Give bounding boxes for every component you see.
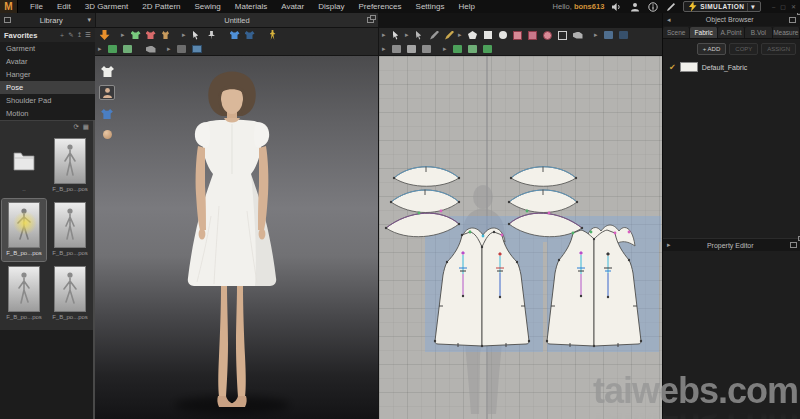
screen-capture-icon[interactable] — [175, 43, 188, 55]
sidebar-item-motion[interactable]: Motion — [0, 107, 95, 120]
menu-preferences[interactable]: Preferences — [352, 1, 407, 12]
arrangement-point-icon[interactable] — [228, 29, 241, 41]
flip-tool-icon[interactable] — [571, 29, 584, 41]
thumbnail-pose-3[interactable]: F_B_po...pos — [48, 199, 92, 261]
monitor-view-icon[interactable] — [190, 43, 203, 55]
window-tools-caret-icon[interactable]: ▸ — [167, 45, 173, 53]
favorites-edit-icon[interactable]: ✎ — [68, 32, 73, 39]
grain-caret-icon[interactable]: ▸ — [443, 45, 449, 53]
trace-tool-icon[interactable] — [556, 29, 569, 41]
segment-sewing-icon[interactable] — [390, 43, 403, 55]
mn-sewing-icon[interactable] — [420, 43, 433, 55]
sidebar-item-shoulder-pad[interactable]: Shoulder Pad — [0, 94, 95, 107]
speaker-icon[interactable] — [611, 2, 622, 12]
glove-tool-icon[interactable] — [159, 29, 172, 41]
edit-curvature-icon[interactable] — [428, 29, 441, 41]
draw-caret-icon[interactable]: ▸ — [458, 31, 464, 39]
show-skin-toggle-icon[interactable] — [99, 127, 115, 142]
dart-tool-icon[interactable] — [511, 29, 524, 41]
download-garment-icon[interactable] — [98, 29, 111, 41]
pin-tool-icon[interactable] — [205, 29, 218, 41]
object-browser-popout-icon[interactable] — [789, 17, 796, 23]
dart-rect-icon[interactable] — [526, 29, 539, 41]
polygon-tool-icon[interactable] — [466, 29, 479, 41]
menu-help[interactable]: Help — [452, 1, 480, 12]
sidebar-item-garment[interactable]: Garment — [0, 42, 95, 55]
maximize-button[interactable]: ▢ — [780, 4, 786, 10]
assign-fabric-button[interactable]: ASSIGN — [761, 43, 796, 55]
thumbnail-pose-1[interactable]: F_B_po...pos — [48, 135, 92, 197]
show-grain-icon[interactable] — [481, 43, 494, 55]
add-fabric-button[interactable]: + ADD — [697, 43, 727, 55]
show-garment-toggle-icon[interactable] — [99, 64, 115, 79]
thumb-refresh-icon[interactable]: ⟳ — [73, 124, 78, 131]
copy-fabric-button[interactable]: COPY — [729, 43, 758, 55]
free-sewing-icon[interactable] — [405, 43, 418, 55]
property-editor-popout-icon[interactable] — [790, 242, 797, 248]
thumbnail-folder-up[interactable]: .. — [2, 135, 46, 197]
simulation-dropdown-caret[interactable]: ▾ — [747, 3, 755, 11]
show-avatar-toggle-icon[interactable] — [99, 85, 115, 100]
thumbnail-pose-4[interactable]: F_B_po...pos — [2, 263, 46, 325]
thumbnail-pose-2-selected[interactable]: F_B_po...pos — [2, 199, 46, 261]
fabric-list-item[interactable]: ✔ Default_Fabric — [663, 59, 800, 75]
circle-tool-icon[interactable] — [496, 29, 509, 41]
property-editor-header[interactable]: ▸ Property Editor — [663, 238, 800, 251]
favorites-menu-icon[interactable]: ☰ — [85, 32, 91, 39]
avatar-model[interactable] — [208, 72, 255, 120]
viewport3d-popout-icon[interactable] — [367, 17, 374, 23]
menu-sewing[interactable]: Sewing — [189, 1, 227, 12]
favorites-add-icon[interactable]: ＋ — [59, 32, 66, 39]
tab-fabric[interactable]: Fabric — [690, 27, 717, 38]
garment-tools-caret-icon[interactable]: ▸ — [121, 31, 127, 39]
show-sewing-icon[interactable] — [451, 43, 464, 55]
sidebar-item-hanger[interactable]: Hanger — [0, 68, 95, 81]
hide-garment-icon[interactable] — [144, 29, 157, 41]
fabric-checkmark-icon[interactable]: ✔ — [669, 63, 676, 72]
viewport-2d[interactable] — [378, 56, 662, 419]
menu-3d-garment[interactable]: 3D Garment — [79, 1, 135, 12]
texture-view-icon[interactable] — [106, 43, 119, 55]
tab-measure[interactable]: Measure — [773, 27, 800, 38]
show-caret-icon[interactable]: ▸ — [594, 31, 600, 39]
select-move-icon[interactable] — [190, 29, 203, 41]
sewing-caret-icon[interactable]: ▸ — [382, 45, 388, 53]
library-dropdown[interactable]: Library ▾ — [0, 13, 95, 28]
tab-a-point[interactable]: A.Point — [718, 27, 745, 38]
favorites-up-icon[interactable]: ↥ — [77, 32, 82, 39]
thumb-grid-icon[interactable]: ▦ — [83, 124, 89, 131]
menu-file[interactable]: File — [24, 1, 49, 12]
minimize-button[interactable]: – — [772, 4, 775, 10]
menu-2d-pattern[interactable]: 2D Pattern — [136, 1, 186, 12]
info-icon[interactable] — [647, 2, 658, 12]
menu-settings[interactable]: Settings — [410, 1, 451, 12]
edit-pattern-icon[interactable] — [413, 29, 426, 41]
sidebar-item-pose[interactable]: Pose — [0, 81, 95, 94]
transform-pattern-icon[interactable] — [390, 29, 403, 41]
thumbnail-pose-5[interactable]: F_B_po...pos — [48, 263, 92, 325]
transform-caret-icon[interactable]: ▸ — [382, 31, 388, 39]
close-button[interactable]: ✕ — [791, 4, 796, 10]
dart-circle-icon[interactable] — [541, 29, 554, 41]
viewport-3d[interactable] — [95, 56, 378, 419]
show-2d-blue-icon[interactable] — [602, 29, 615, 41]
select-tools-caret-icon[interactable]: ▸ — [182, 31, 188, 39]
mesh-view-icon[interactable] — [121, 43, 134, 55]
account-icon[interactable] — [629, 2, 640, 12]
show-2d-blue2-icon[interactable] — [617, 29, 630, 41]
rectangle-tool-icon[interactable] — [481, 29, 494, 41]
edit-caret-icon[interactable]: ▸ — [405, 31, 411, 39]
avatar-display-icon[interactable] — [266, 29, 279, 41]
pen-tool-icon[interactable] — [443, 29, 456, 41]
menu-display[interactable]: Display — [312, 1, 350, 12]
menu-avatar[interactable]: Avatar — [275, 1, 310, 12]
tape-tool-icon[interactable] — [144, 43, 157, 55]
menu-edit[interactable]: Edit — [51, 1, 77, 12]
show-garment-icon[interactable] — [129, 29, 142, 41]
sidebar-item-avatar[interactable]: Avatar — [0, 55, 95, 68]
show-arrangement-toggle-icon[interactable] — [99, 106, 115, 121]
show-notch-icon[interactable] — [466, 43, 479, 55]
simulation-button[interactable]: SIMULATION ▾ — [683, 1, 761, 12]
arrangement-alt-icon[interactable] — [243, 29, 256, 41]
render-tools-caret-icon[interactable]: ▸ — [98, 45, 104, 53]
